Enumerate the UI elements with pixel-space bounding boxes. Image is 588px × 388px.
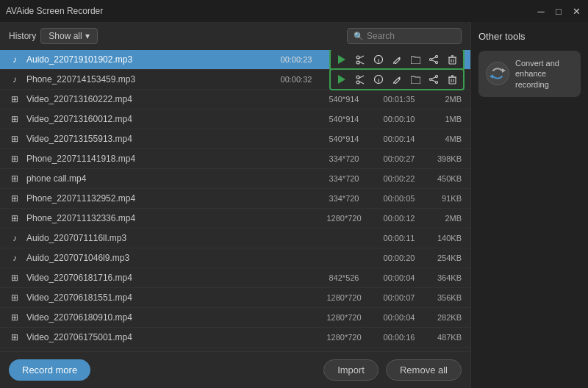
remove-all-button[interactable]: Remove all bbox=[386, 359, 462, 381]
file-duration: 00:00:07 bbox=[373, 293, 425, 302]
minimize-button[interactable]: ─ bbox=[535, 6, 547, 17]
audio-icon: ♪ bbox=[9, 54, 21, 65]
close-button[interactable]: ✕ bbox=[570, 6, 582, 17]
file-name: Auido_2207071046l9.mp3 bbox=[26, 253, 315, 263]
file-size: 140KB bbox=[425, 234, 462, 242]
svg-marker-18 bbox=[338, 75, 345, 84]
file-name: Phone_220714153459.mp3 bbox=[26, 74, 212, 85]
table-row[interactable]: ⊞ phone call.mp4 334*720 00:00:22 450KB bbox=[0, 169, 470, 189]
table-row[interactable]: ⊞ Video_220706181716.mp4 842*526 00:00:0… bbox=[0, 268, 470, 288]
svg-line-7 bbox=[393, 62, 394, 64]
file-duration: 00:00:14 bbox=[373, 134, 425, 143]
file-resolution: 334*720 bbox=[315, 194, 373, 203]
table-row[interactable]: ⊞ Video_220713160012.mp4 540*914 00:00:1… bbox=[0, 109, 470, 129]
delete-button[interactable] bbox=[444, 71, 460, 87]
table-row[interactable]: ⊞ Phone_220711141918.mp4 334*720 00:00:2… bbox=[0, 149, 470, 169]
maximize-button[interactable]: □ bbox=[553, 6, 564, 17]
file-name: Video_220713160222.mp4 bbox=[26, 94, 315, 104]
file-resolution: 540*914 bbox=[315, 115, 373, 123]
table-row[interactable]: ⊞ Video_220713155913.mp4 540*914 00:00:1… bbox=[0, 129, 470, 149]
folder-button[interactable] bbox=[407, 51, 423, 68]
window-controls: ─ □ ✕ bbox=[535, 6, 582, 17]
file-duration: 00:00:05 bbox=[373, 194, 425, 203]
table-row[interactable]: ⊞ Video_220706180910.mp4 1280*720 00:00:… bbox=[0, 308, 470, 328]
edit-button[interactable] bbox=[389, 71, 405, 87]
info-button[interactable]: i bbox=[370, 71, 387, 87]
chevron-down-icon: ▾ bbox=[85, 31, 90, 41]
file-name: phone call.mp4 bbox=[26, 173, 315, 184]
folder-button[interactable] bbox=[407, 71, 423, 87]
table-row[interactable]: ⊞ Phone_220711132952.mp4 334*720 00:00:0… bbox=[0, 189, 470, 209]
action-buttons-row1: i bbox=[329, 50, 465, 71]
file-duration: 00:00:12 bbox=[373, 214, 425, 223]
svg-line-12 bbox=[431, 60, 435, 62]
table-row[interactable]: ⊞ Video_220713160222.mp4 540*914 00:01:3… bbox=[0, 90, 470, 109]
file-size: 2MB bbox=[425, 214, 462, 223]
video-icon: ⊞ bbox=[9, 212, 21, 224]
import-button[interactable]: Import bbox=[323, 359, 379, 381]
file-list: ♪ Auido_220719101902.mp3 00:00:23 417KB bbox=[0, 50, 470, 351]
svg-rect-13 bbox=[449, 57, 456, 64]
video-icon: ⊞ bbox=[9, 292, 21, 303]
share-button[interactable] bbox=[426, 51, 442, 68]
video-icon: ⊞ bbox=[9, 133, 21, 145]
share-button[interactable] bbox=[426, 71, 442, 87]
svg-marker-0 bbox=[338, 55, 345, 64]
table-row[interactable]: ♪ Auido_2207071116ll.mp3 00:00:11 140KB bbox=[0, 229, 470, 248]
file-resolution: 540*914 bbox=[315, 95, 373, 104]
search-icon: 🔍 bbox=[354, 32, 364, 41]
svg-line-29 bbox=[431, 77, 435, 79]
video-icon: ⊞ bbox=[9, 173, 21, 184]
svg-text:i: i bbox=[378, 77, 379, 84]
file-size: 4MB bbox=[425, 134, 462, 143]
file-resolution: 540*914 bbox=[315, 134, 373, 143]
left-panel: History Show all ▾ 🔍 ♪ Auido_22071910190… bbox=[0, 22, 470, 388]
bottom-bar: Record more Import Remove all bbox=[0, 351, 470, 388]
cut-button[interactable] bbox=[352, 71, 368, 87]
svg-line-11 bbox=[431, 57, 435, 60]
table-row[interactable]: ♪ Auido_220719101902.mp3 00:00:23 417KB bbox=[0, 50, 470, 70]
table-row[interactable]: ♪ Phone_220714153459.mp3 00:00:32 127KB bbox=[0, 70, 470, 90]
play-button[interactable] bbox=[334, 51, 350, 68]
file-duration: 00:00:22 bbox=[373, 174, 425, 183]
file-size: 1MB bbox=[425, 115, 462, 123]
table-row[interactable]: ⊞ Phone_... 1280*720 00:00:-- 500KB bbox=[0, 348, 470, 351]
svg-point-26 bbox=[436, 76, 438, 78]
table-row[interactable]: ⊞ Phone_220711132336.mp4 1280*720 00:00:… bbox=[0, 209, 470, 229]
file-name: Phone_220711141918.mp4 bbox=[26, 154, 315, 164]
file-size: 282KB bbox=[425, 313, 462, 322]
table-row[interactable]: ⊞ Video_220706181551.mp4 1280*720 00:00:… bbox=[0, 288, 470, 308]
app-title: AVAide Screen Recorder bbox=[6, 6, 103, 16]
file-name: Video_220713155913.mp4 bbox=[26, 134, 315, 144]
file-name: Video_220713160012.mp4 bbox=[26, 114, 315, 124]
search-input[interactable] bbox=[367, 31, 455, 41]
video-icon: ⊞ bbox=[9, 312, 21, 323]
show-all-button[interactable]: Show all ▾ bbox=[40, 28, 97, 44]
file-size: 398KB bbox=[425, 154, 462, 163]
file-name: Video_220706181551.mp4 bbox=[26, 292, 315, 303]
convert-tool-card[interactable]: Convert and enhance recording bbox=[478, 51, 581, 97]
video-icon: ⊞ bbox=[9, 153, 21, 165]
play-button[interactable] bbox=[334, 71, 350, 87]
file-size: 487KB bbox=[425, 333, 462, 342]
table-row[interactable]: ♪ Auido_2207071046l9.mp3 00:00:20 254KB bbox=[0, 248, 470, 268]
record-more-button[interactable]: Record more bbox=[9, 359, 90, 381]
other-tools-title: Other tools bbox=[478, 31, 581, 42]
svg-point-36 bbox=[487, 62, 509, 85]
edit-button[interactable] bbox=[389, 51, 405, 68]
file-duration: 00:00:04 bbox=[373, 313, 425, 322]
table-row[interactable]: ⊞ Video_220706175001.mp4 1280*720 00:00:… bbox=[0, 328, 470, 348]
convert-tool-label: Convert and enhance recording bbox=[515, 58, 573, 90]
file-duration: 00:01:35 bbox=[373, 95, 425, 104]
search-box: 🔍 bbox=[347, 28, 462, 44]
info-button[interactable]: i bbox=[370, 51, 387, 68]
bottom-right-buttons: Import Remove all bbox=[323, 359, 462, 381]
toolbar-left: History Show all ▾ bbox=[9, 28, 98, 44]
svg-point-8 bbox=[436, 56, 438, 58]
svg-point-27 bbox=[436, 82, 438, 84]
cut-button[interactable] bbox=[352, 51, 368, 68]
delete-button[interactable] bbox=[444, 51, 460, 68]
file-size: 450KB bbox=[425, 174, 462, 183]
video-icon: ⊞ bbox=[9, 93, 21, 105]
file-name: Phone_220711132952.mp4 bbox=[26, 193, 315, 204]
